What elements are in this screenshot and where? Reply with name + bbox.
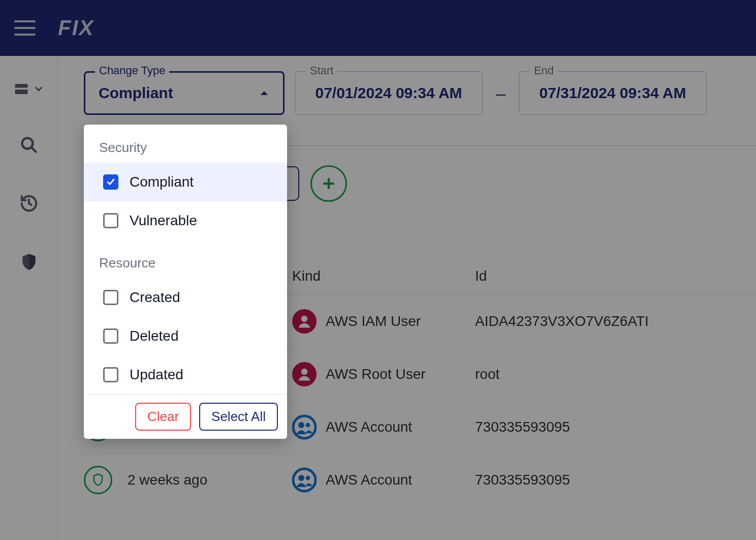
dropdown-item-label: Deleted	[130, 328, 179, 344]
dropdown-section-label: Resource	[84, 240, 287, 278]
checkbox[interactable]	[103, 328, 118, 344]
dropdown-item-deleted[interactable]: Deleted	[84, 317, 287, 355]
dropdown-item-label: Updated	[130, 367, 183, 383]
dropdown-item-created[interactable]: Created	[84, 278, 287, 317]
checkbox[interactable]	[103, 290, 118, 305]
dropdown-item-compliant[interactable]: Compliant	[84, 163, 287, 201]
dropdown-footer: Clear Select All	[84, 394, 287, 439]
dropdown-section-label: Security	[84, 125, 287, 163]
select-all-button[interactable]: Select All	[199, 403, 278, 431]
dropdown-item-updated[interactable]: Updated	[84, 355, 287, 394]
change-type-dropdown: SecurityCompliantVulnerableResourceCreat…	[84, 125, 287, 439]
dropdown-item-label: Vulnerable	[130, 213, 197, 229]
clear-button[interactable]: Clear	[135, 403, 191, 431]
checkbox[interactable]	[103, 174, 118, 190]
checkbox[interactable]	[103, 213, 118, 228]
checkbox[interactable]	[103, 367, 118, 382]
dropdown-item-label: Compliant	[130, 174, 194, 190]
dropdown-item-label: Created	[130, 289, 180, 306]
dropdown-item-vulnerable[interactable]: Vulnerable	[84, 201, 287, 240]
check-icon	[106, 177, 116, 187]
